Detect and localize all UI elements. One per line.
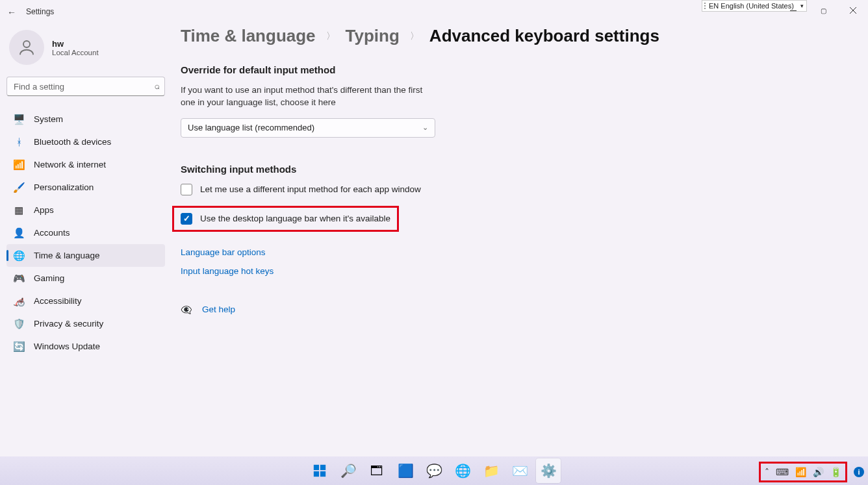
taskbar-center: 🔍 🗔 🟦 💬 🌐 📁 ✉️ ⚙️: [307, 458, 561, 483]
link-input-hotkeys[interactable]: Input language hot keys: [181, 266, 842, 276]
checkbox-label: Let me use a different input method for …: [200, 184, 421, 194]
start-button[interactable]: [307, 458, 332, 483]
nav-apps[interactable]: ▦Apps: [6, 199, 165, 221]
checkbox-desktop-language-bar[interactable]: ✓ Use the desktop language bar when it's…: [181, 213, 390, 225]
dropdown-value: Use language list (recommended): [188, 123, 314, 132]
nav-label: Personalization: [34, 182, 94, 192]
gamepad-icon: 🎮: [13, 273, 25, 284]
taskbar-settings[interactable]: ⚙️: [536, 458, 561, 483]
taskbar-chat[interactable]: 💬: [422, 458, 446, 483]
account-block[interactable]: hw Local Account: [6, 30, 165, 77]
system-icon: 🖥️: [13, 114, 25, 125]
nav-system[interactable]: 🖥️System: [6, 108, 165, 131]
tray-wifi-icon[interactable]: 📶: [795, 467, 806, 477]
brush-icon: 🖌️: [13, 182, 25, 193]
help-icon: 👁‍🗨: [181, 305, 192, 315]
system-tray: ˄ ⌨ 📶 🔊 🔋 i: [759, 462, 864, 482]
page-title: Advanced keyboard settings: [429, 26, 659, 46]
maximize-button[interactable]: ▢: [808, 0, 838, 21]
nav-label: System: [34, 114, 63, 124]
nav-label: Gaming: [34, 273, 64, 283]
switching-heading: Switching input methods: [181, 164, 842, 175]
search-box[interactable]: ⌕: [6, 77, 165, 96]
override-heading: Override for default input method: [181, 64, 842, 75]
taskbar-edge[interactable]: 🌐: [450, 458, 475, 483]
nav-label: Accessibility: [34, 296, 82, 306]
checkbox-icon: [181, 184, 192, 195]
svg-rect-6: [320, 471, 326, 477]
nav-label: Windows Update: [34, 342, 100, 351]
nav-bluetooth[interactable]: ᚼBluetooth & devices: [6, 131, 165, 153]
tray-overflow-icon[interactable]: ˄: [765, 467, 769, 477]
update-icon: 🔄: [13, 341, 25, 353]
taskbar-explorer[interactable]: 📁: [479, 458, 504, 483]
nav-label: Bluetooth & devices: [34, 137, 111, 147]
nav-list: 🖥️System ᚼBluetooth & devices 📶Network &…: [6, 108, 165, 358]
chevron-right-icon: 〉: [410, 31, 419, 42]
close-button[interactable]: [838, 0, 868, 21]
svg-point-2: [23, 41, 30, 47]
nav-label: Privacy & security: [34, 319, 103, 329]
globe-icon: 🌐: [13, 250, 25, 262]
override-description: If you want to use an input method that'…: [181, 84, 434, 109]
window-title: Settings: [26, 7, 54, 16]
window-controls: ▢: [778, 0, 868, 21]
link-language-bar-options[interactable]: Language bar options: [181, 247, 842, 257]
tray-input-indicator-icon[interactable]: ⌨: [776, 467, 789, 477]
nav-windows-update[interactable]: 🔄Windows Update: [6, 335, 165, 358]
bluetooth-icon: ᚼ: [13, 136, 25, 147]
checkbox-label: Use the desktop language bar when it's a…: [200, 214, 390, 223]
account-type: Local Account: [52, 49, 99, 56]
search-input[interactable]: [6, 77, 165, 96]
sidebar: hw Local Account ⌕ 🖥️System ᚼBluetooth &…: [6, 30, 165, 358]
nav-time-language[interactable]: 🌐Time & language: [6, 244, 165, 267]
highlight-box: ✓ Use the desktop language bar when it's…: [172, 206, 399, 232]
wifi-icon: 📶: [13, 159, 25, 171]
accessibility-icon: 🦽: [13, 295, 25, 307]
tray-battery-icon[interactable]: 🔋: [830, 467, 841, 477]
nav-accessibility[interactable]: 🦽Accessibility: [6, 290, 165, 312]
account-name: hw: [52, 39, 99, 49]
chevron-down-icon: ⌄: [422, 123, 428, 132]
svg-rect-4: [320, 465, 326, 470]
checkbox-checked-icon: ✓: [181, 213, 192, 225]
nav-personalization[interactable]: 🖌️Personalization: [6, 176, 165, 199]
get-help-row: 👁‍🗨 Get help: [181, 305, 842, 315]
breadcrumb-time-language[interactable]: Time & language: [181, 26, 316, 46]
get-help-link[interactable]: Get help: [202, 305, 235, 314]
avatar: [9, 30, 44, 65]
breadcrumb-typing[interactable]: Typing: [346, 26, 400, 46]
input-method-dropdown[interactable]: Use language list (recommended) ⌄: [181, 118, 435, 138]
search-icon: ⌕: [155, 81, 160, 91]
back-button[interactable]: ←: [0, 6, 23, 18]
nav-label: Apps: [34, 205, 54, 215]
shield-icon: 🛡️: [13, 318, 25, 330]
breadcrumb: Time & language 〉 Typing 〉 Advanced keyb…: [181, 26, 842, 46]
taskbar: 🔍 🗔 🟦 💬 🌐 📁 ✉️ ⚙️ ˄ ⌨ 📶 🔊 🔋 i: [0, 456, 868, 485]
taskbar-mail[interactable]: ✉️: [507, 458, 532, 483]
chevron-right-icon: 〉: [326, 31, 335, 42]
nav-privacy[interactable]: 🛡️Privacy & security: [6, 312, 165, 335]
person-icon: 👤: [13, 227, 25, 239]
svg-rect-3: [314, 465, 319, 470]
minimize-button[interactable]: [778, 0, 808, 21]
svg-rect-5: [314, 471, 319, 477]
nav-network[interactable]: 📶Network & internet: [6, 153, 165, 176]
grip-icon: [702, 3, 708, 9]
apps-icon: ▦: [13, 205, 25, 216]
nav-label: Network & internet: [34, 160, 106, 169]
nav-gaming[interactable]: 🎮Gaming: [6, 267, 165, 290]
tray-notification-badge[interactable]: i: [854, 467, 864, 477]
taskbar-search[interactable]: 🔍: [336, 458, 361, 483]
tray-highlight-box: ˄ ⌨ 📶 🔊 🔋: [759, 462, 847, 482]
taskbar-widgets[interactable]: 🟦: [393, 458, 418, 483]
checkbox-per-app-input[interactable]: Let me use a different input method for …: [181, 184, 842, 195]
tray-volume-icon[interactable]: 🔊: [813, 467, 824, 477]
taskbar-task-view[interactable]: 🗔: [364, 458, 389, 483]
nav-label: Accounts: [34, 228, 70, 238]
nav-accounts[interactable]: 👤Accounts: [6, 221, 165, 244]
nav-label: Time & language: [34, 251, 100, 260]
main-content: Time & language 〉 Typing 〉 Advanced keyb…: [181, 26, 842, 315]
